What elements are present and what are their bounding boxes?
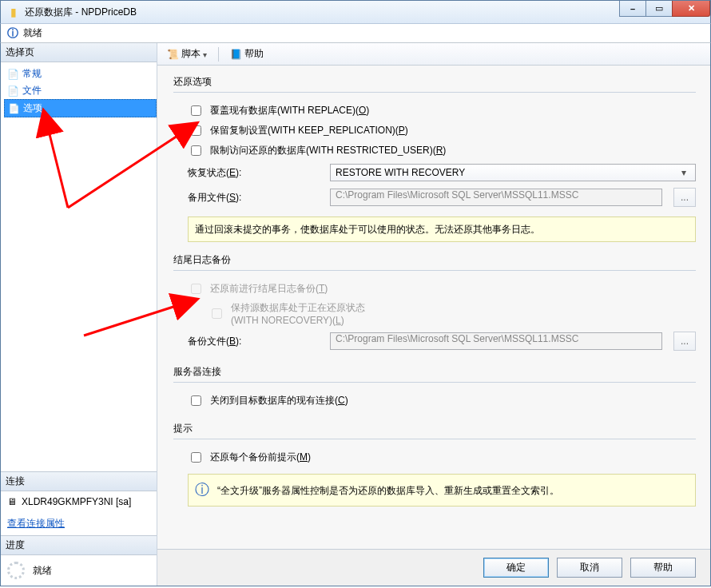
prompt-each-checkbox-row[interactable]: 还原每个备份前提示(M) [173,447,696,467]
view-connection-props-link[interactable]: 查看连接属性 [1,512,157,535]
tail-log-checkbox [191,284,201,294]
status-strip: 就绪 [0,24,711,43]
recovery-state-label: 恢复状态(E): [188,166,324,180]
close-button[interactable] [672,1,710,17]
hint-info-box: “全文升级”服务器属性控制是否为还原的数据库导入、重新生成或重置全文索引。 [188,474,696,507]
restricted-user-checkbox[interactable] [191,145,201,156]
keep-replication-checkbox[interactable] [191,125,201,136]
progress-header: 进度 [1,536,157,555]
script-dropdown[interactable]: 脚本 [162,46,212,62]
overwrite-checkbox-row[interactable]: 覆盖现有数据库(WITH REPLACE)(O) [173,101,696,121]
group-server-connections: 服务器连接 [173,365,696,379]
page-icon [7,85,19,97]
page-icon [8,103,20,114]
connection-header: 连接 [1,472,157,491]
help-button[interactable]: 帮助 [225,46,268,62]
hint-text: “全文升级”服务器属性控制是否为还原的数据库导入、重新生成或重置全文索引。 [217,483,559,498]
tail-log-label: 还原前进行结尾日志备份(T) [210,282,328,296]
backup-file-label: 备份文件(B): [188,335,324,348]
help-icon [230,49,242,60]
overwrite-checkbox[interactable] [191,105,201,116]
standby-file-browse-button: ... [673,188,696,207]
prompt-each-label: 还原每个备份前提示(M) [210,451,311,464]
minimize-button[interactable] [619,1,646,17]
standby-file-label: 备用文件(S): [188,191,324,205]
chevron-down-icon: ▾ [677,167,690,178]
nav-item-general[interactable]: 常规 [4,66,157,82]
connection-text: XLDR49GKMPFY3NI [sa] [22,496,131,507]
toolbar: 脚本 帮助 [157,43,710,66]
standby-file-input: C:\Program Files\Microsoft SQL Server\MS… [330,189,662,206]
page-icon [7,69,19,80]
script-icon [167,49,179,60]
backup-file-browse-button: ... [673,332,696,351]
nav-label: 选项 [23,101,42,115]
group-tail-log: 结尾日志备份 [173,253,696,267]
group-hint: 提示 [173,422,696,435]
help-button[interactable]: 帮助 [630,558,696,578]
cancel-button[interactable]: 取消 [557,558,622,578]
recovery-description: 通过回滚未提交的事务，使数据库处于可以使用的状态。无法还原其他事务日志。 [188,217,696,242]
prompt-each-checkbox[interactable] [191,452,201,463]
progress-text: 就绪 [33,564,52,578]
recovery-state-value: RESTORE WITH RECOVERY [336,167,465,178]
maximize-button[interactable] [645,1,673,17]
progress-spinner-icon [7,562,25,579]
chevron-down-icon [203,49,207,60]
nav-item-options[interactable]: 选项 [4,99,157,117]
dialog-footer: 确定 取消 帮助 [157,549,710,586]
help-label: 帮助 [244,47,264,61]
ok-button[interactable]: 确定 [483,558,549,578]
keep-replication-label: 保留复制设置(WITH KEEP_REPLICATION)(P) [210,124,408,137]
script-label: 脚本 [181,47,201,61]
recovery-state-select[interactable]: RESTORE WITH RECOVERY ▾ [330,164,696,181]
info-icon [195,479,209,501]
page-nav: 常规 文件 选项 [1,62,157,117]
overwrite-label: 覆盖现有数据库(WITH REPLACE)(O) [210,104,369,117]
norecovery-checkbox-row: 保持源数据库处于正在还原状态 (WITH NORECOVERY)(L) [173,299,696,328]
window-title: 还原数据库 - NPDPriceDB [25,6,137,19]
close-connections-checkbox-row[interactable]: 关闭到目标数据库的现有连接(C) [173,391,696,411]
tail-log-checkbox-row: 还原前进行结尾日志备份(T) [173,279,696,299]
close-connections-checkbox[interactable] [191,395,201,406]
select-page-header: 选择页 [1,43,157,62]
info-icon [7,26,23,41]
titlebar: 还原数据库 - NPDPriceDB [0,0,711,24]
keep-replication-checkbox-row[interactable]: 保留复制设置(WITH KEEP_REPLICATION)(P) [173,121,696,141]
toolbar-separator [218,47,219,62]
nav-label: 文件 [22,84,42,97]
nav-label: 常规 [22,67,42,81]
norecovery-checkbox [212,308,222,319]
database-icon [7,6,20,18]
backup-file-input: C:\Program Files\Microsoft SQL Server\MS… [330,332,662,350]
server-icon [7,496,17,507]
group-restore-options: 还原选项 [173,75,696,89]
restricted-user-checkbox-row[interactable]: 限制访问还原的数据库(WITH RESTRICTED_USER)(R) [173,141,696,161]
nav-item-files[interactable]: 文件 [4,82,157,99]
status-text: 就绪 [23,26,42,40]
restricted-user-label: 限制访问还原的数据库(WITH RESTRICTED_USER)(R) [210,144,446,157]
norecovery-label: 保持源数据库处于正在还原状态 (WITH NORECOVERY)(L) [231,301,365,326]
close-connections-label: 关闭到目标数据库的现有连接(C) [210,394,348,407]
